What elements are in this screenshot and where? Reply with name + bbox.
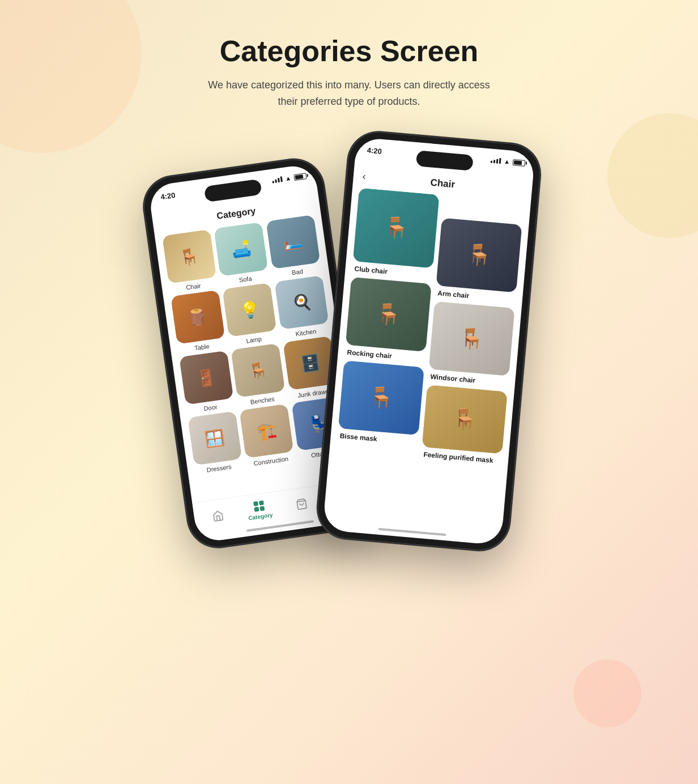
category-label-table: Table bbox=[194, 343, 210, 352]
status-icons-left: ▲ bbox=[272, 172, 307, 184]
grid-icon bbox=[253, 500, 265, 512]
signal-bar-4 bbox=[280, 176, 283, 182]
chair-thumb-feeling-purified-mask: 🪑 bbox=[422, 385, 508, 454]
phone-right: 4:20 ▲ ‹ bbox=[315, 129, 542, 552]
chair-item-bisse-mask[interactable]: 🪑 Bisse mask bbox=[337, 360, 424, 446]
category-label-bad: Bad bbox=[291, 267, 303, 276]
category-item-kitchen[interactable]: 🍳 Kitchen bbox=[274, 275, 331, 339]
page-subtitle: We have categorized this into many. User… bbox=[207, 77, 491, 110]
nav-category[interactable]: Category bbox=[246, 498, 273, 521]
category-item-table[interactable]: 🪵 Table bbox=[170, 289, 227, 353]
category-label-lamp: Lamp bbox=[246, 335, 262, 344]
category-thumb-table: 🪵 bbox=[171, 289, 225, 344]
chair-thumb-rocking-chair: 🪑 bbox=[346, 277, 432, 352]
nav-home[interactable] bbox=[211, 508, 225, 522]
category-thumb-bad: 🛏️ bbox=[266, 215, 321, 269]
signal-bars-left bbox=[272, 176, 283, 183]
category-item-construction[interactable]: 🏗️ Construction bbox=[239, 403, 296, 467]
category-item-chair[interactable]: 🪑 Chair bbox=[161, 229, 218, 293]
category-item-lamp[interactable]: 💡 Lamp bbox=[222, 282, 279, 346]
chair-grid: 🪑 Club chair 🪑 Rocking chair 🪑 Bisse mas… bbox=[330, 187, 531, 466]
signal-bars-right bbox=[491, 157, 501, 164]
category-label-door: Door bbox=[203, 403, 218, 412]
category-item-door[interactable]: 🚪 Door bbox=[178, 350, 235, 414]
category-label-construction: Construction bbox=[253, 455, 289, 466]
category-item-sofa[interactable]: 🛋️ Sofa bbox=[214, 221, 270, 286]
status-icons-right: ▲ bbox=[491, 156, 526, 166]
category-thumb-door: 🚪 bbox=[179, 350, 233, 404]
chair-item-feeling-purified-mask[interactable]: 🪑 Feeling purified mask bbox=[421, 385, 508, 465]
battery-fill-left bbox=[295, 174, 304, 179]
status-time-right: 4:20 bbox=[367, 146, 382, 155]
chair-item-club-chair[interactable]: 🪑 Club chair bbox=[352, 188, 440, 279]
signal-bar-2 bbox=[275, 179, 277, 182]
battery-icon-right bbox=[513, 159, 526, 166]
category-item-benches[interactable]: 🪑 Benches bbox=[231, 343, 287, 407]
home-icon bbox=[211, 508, 225, 522]
category-label-sofa: Sofa bbox=[239, 275, 252, 283]
chair-item-rocking-chair[interactable]: 🪑 Rocking chair bbox=[344, 277, 432, 363]
wifi-icon-left: ▲ bbox=[284, 174, 291, 182]
chair-item-windsor-chair[interactable]: 🪑 Windsor chair bbox=[428, 301, 515, 387]
chair-thumb-arm-chair: 🪑 bbox=[436, 218, 522, 292]
category-label-junk drawer: Junk drawer bbox=[297, 387, 331, 398]
svg-line-0 bbox=[297, 500, 305, 501]
phone-right-screen: 4:20 ▲ ‹ bbox=[322, 137, 535, 545]
category-item-bad[interactable]: 🛏️ Bad bbox=[266, 214, 322, 278]
category-item-dressers[interactable]: 🪟 Dressers bbox=[187, 411, 244, 475]
battery-icon-left bbox=[293, 172, 307, 180]
chair-thumb-bisse-mask: 🪑 bbox=[338, 360, 424, 435]
status-time-left: 4:20 bbox=[160, 190, 176, 201]
category-icon bbox=[252, 499, 266, 513]
category-label-chair: Chair bbox=[186, 282, 202, 291]
category-thumb-kitchen: 🍳 bbox=[275, 275, 329, 330]
category-label-kitchen: Kitchen bbox=[295, 327, 317, 337]
category-label-dressers: Dressers bbox=[206, 463, 232, 473]
wifi-icon-right: ▲ bbox=[504, 157, 510, 165]
deco-circle-1 bbox=[0, 0, 142, 153]
chair-screen-title: Chair bbox=[430, 177, 456, 190]
back-arrow[interactable]: ‹ bbox=[362, 171, 367, 182]
chair-screen: ‹ Chair 🪑 Club chair 🪑 Rocking chair 🪑 B… bbox=[322, 166, 533, 545]
deco-circle-3 bbox=[573, 659, 641, 727]
category-label-benches: Benches bbox=[250, 395, 275, 405]
page-title: Categories Screen bbox=[207, 34, 491, 68]
chair-col-right: 🪑 Arm chair 🪑 Windsor chair 🪑 Feeling pu… bbox=[421, 218, 522, 465]
category-thumb-chair: 🪑 bbox=[162, 229, 216, 283]
category-thumb-lamp: 💡 bbox=[223, 282, 277, 336]
signal-bar-3 bbox=[278, 177, 280, 182]
phones-container: 4:20 ▲ Category bbox=[23, 144, 675, 552]
page-header: Categories Screen We have categorized th… bbox=[207, 34, 491, 110]
nav-cart[interactable] bbox=[294, 497, 308, 511]
category-thumb-sofa: 🛋️ bbox=[214, 222, 269, 276]
chair-item-arm-chair[interactable]: 🪑 Arm chair bbox=[435, 218, 522, 304]
chair-thumb-windsor-chair: 🪑 bbox=[429, 301, 515, 376]
category-thumb-benches: 🪑 bbox=[231, 343, 286, 397]
cart-icon bbox=[294, 497, 308, 511]
signal-bar-1 bbox=[273, 181, 275, 183]
nav-category-label: Category bbox=[248, 512, 273, 521]
chair-thumb-club-chair: 🪑 bbox=[353, 188, 440, 268]
category-thumb-construction: 🏗️ bbox=[240, 403, 294, 458]
category-thumb-dressers: 🪟 bbox=[188, 411, 242, 465]
